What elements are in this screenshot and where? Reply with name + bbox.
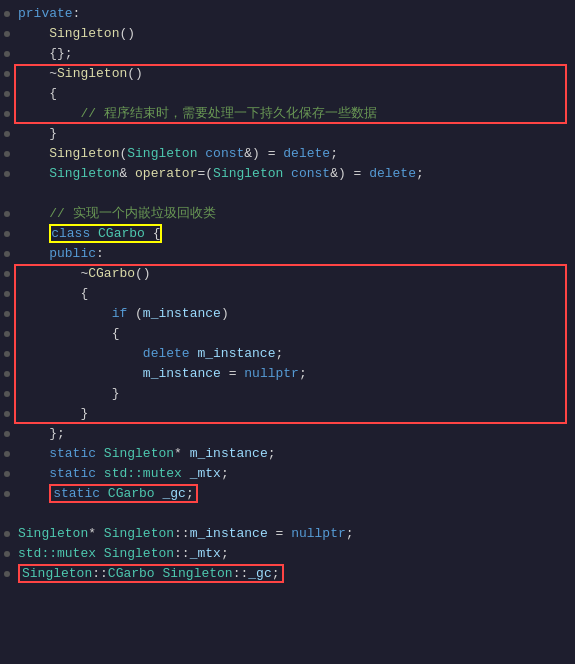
gutter-21: [0, 404, 14, 417]
code-line-25: static CGarbo _gc;: [0, 484, 575, 504]
gutter-3: [0, 44, 14, 57]
line-text-18: delete m_instance;: [14, 344, 575, 364]
code-line-1: private:: [0, 4, 575, 24]
line-text-9: Singleton& operator=(Singleton const&) =…: [14, 164, 575, 184]
line-text-6: // 程序结束时，需要处理一下持久化保存一些数据: [14, 104, 575, 124]
gutter-1: [0, 4, 14, 17]
line-text-5: {: [14, 84, 575, 104]
gutter-4: [0, 64, 14, 77]
code-line-9: Singleton& operator=(Singleton const&) =…: [0, 164, 575, 184]
line-text-23: static Singleton* m_instance;: [14, 444, 575, 464]
line-text-26: [14, 504, 575, 524]
line-text-16: if (m_instance): [14, 304, 575, 324]
gutter-2: [0, 24, 14, 37]
code-line-29: Singleton::CGarbo Singleton::_gc;: [0, 564, 575, 584]
gutter-7: [0, 124, 14, 137]
gutter-20: [0, 384, 14, 397]
code-line-20: }: [0, 384, 575, 404]
gutter-28: [0, 544, 14, 557]
code-line-4: ~Singleton(): [0, 64, 575, 84]
gutter-9: [0, 164, 14, 177]
code-line-23: static Singleton* m_instance;: [0, 444, 575, 464]
code-line-15: {: [0, 284, 575, 304]
code-line-5: {: [0, 84, 575, 104]
code-line-6: // 程序结束时，需要处理一下持久化保存一些数据: [0, 104, 575, 124]
code-line-27: Singleton* Singleton::m_instance = nullp…: [0, 524, 575, 544]
gutter-5: [0, 84, 14, 97]
code-line-8: Singleton(Singleton const&) = delete;: [0, 144, 575, 164]
line-text-15: {: [14, 284, 575, 304]
code-line-11: // 实现一个内嵌垃圾回收类: [0, 204, 575, 224]
gutter-25: [0, 484, 14, 497]
line-text-1: private:: [14, 4, 575, 24]
line-text-19: m_instance = nullptr;: [14, 364, 575, 384]
line-text-10: [14, 184, 575, 204]
line-text-11: // 实现一个内嵌垃圾回收类: [14, 204, 575, 224]
code-line-13: public:: [0, 244, 575, 264]
code-editor: private: Singleton() {}; ~Singleton() {: [0, 0, 575, 664]
gutter-13: [0, 244, 14, 257]
line-text-27: Singleton* Singleton::m_instance = nullp…: [14, 524, 575, 544]
code-line-18: delete m_instance;: [0, 344, 575, 364]
gutter-16: [0, 304, 14, 317]
line-text-12: class CGarbo {: [14, 224, 575, 244]
line-text-13: public:: [14, 244, 575, 264]
highlight-box-cgarbo-class: class CGarbo {: [49, 224, 162, 243]
code-line-10: [0, 184, 575, 204]
code-line-28: std::mutex Singleton::_mtx;: [0, 544, 575, 564]
line-text-7: }: [14, 124, 575, 144]
gutter-15: [0, 284, 14, 297]
line-text-28: std::mutex Singleton::_mtx;: [14, 544, 575, 564]
gutter-17: [0, 324, 14, 337]
code-line-17: {: [0, 324, 575, 344]
code-line-16: if (m_instance): [0, 304, 575, 324]
line-text-22: };: [14, 424, 575, 444]
code-line-14: ~CGarbo(): [0, 264, 575, 284]
gutter-8: [0, 144, 14, 157]
code-line-12: class CGarbo {: [0, 224, 575, 244]
gutter-18: [0, 344, 14, 357]
code-line-3: {};: [0, 44, 575, 64]
line-text-20: }: [14, 384, 575, 404]
gutter-24: [0, 464, 14, 477]
highlight-box-singleton-cgarbo-gc: Singleton::CGarbo Singleton::_gc;: [18, 564, 284, 583]
gutter-22: [0, 424, 14, 437]
code-line-24: static std::mutex _mtx;: [0, 464, 575, 484]
line-text-14: ~CGarbo(): [14, 264, 575, 284]
code-line-19: m_instance = nullptr;: [0, 364, 575, 384]
code-line-7: }: [0, 124, 575, 144]
gutter-23: [0, 444, 14, 457]
gutter-14: [0, 264, 14, 277]
line-text-2: Singleton(): [14, 24, 575, 44]
code-line-21: }: [0, 404, 575, 424]
line-text-17: {: [14, 324, 575, 344]
highlight-box-static-gc: static CGarbo _gc;: [49, 484, 197, 503]
gutter-27: [0, 524, 14, 537]
gutter-12: [0, 224, 14, 237]
code-line-22: };: [0, 424, 575, 444]
gutter-19: [0, 364, 14, 377]
line-text-4: ~Singleton(): [14, 64, 575, 84]
line-text-24: static std::mutex _mtx;: [14, 464, 575, 484]
gutter-11: [0, 204, 14, 217]
line-text-8: Singleton(Singleton const&) = delete;: [14, 144, 575, 164]
gutter-6: [0, 104, 14, 117]
line-text-3: {};: [14, 44, 575, 64]
line-text-21: }: [14, 404, 575, 424]
code-line-26: [0, 504, 575, 524]
line-text-25: static CGarbo _gc;: [14, 484, 575, 504]
code-line-2: Singleton(): [0, 24, 575, 44]
gutter-29: [0, 564, 14, 577]
line-text-29: Singleton::CGarbo Singleton::_gc;: [14, 564, 575, 584]
